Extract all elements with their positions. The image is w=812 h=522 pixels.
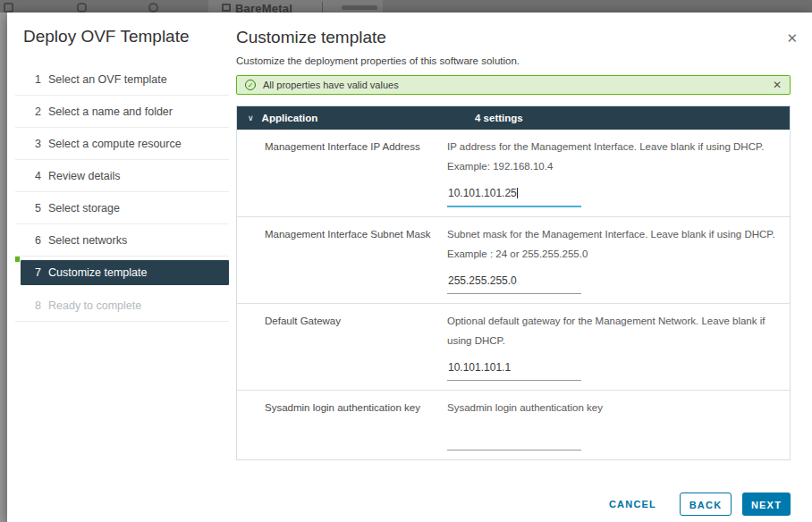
wizard-sidebar: Deploy OVF Template 1 Select an OVF temp… (7, 13, 229, 522)
setting-label: Default Gateway (237, 311, 447, 390)
input-value: 10.101.101.25 (448, 187, 517, 199)
network-icon (148, 3, 158, 13)
back-button[interactable]: BACK (680, 493, 732, 516)
deploy-ovf-template-dialog: Deploy OVF Template 1 Select an OVF temp… (7, 13, 812, 522)
subnet-mask-input[interactable]: 255.255.255.0 (447, 269, 581, 294)
default-gateway-input[interactable]: 10.101.101.1 (447, 356, 581, 381)
dialog-footer: CANCEL BACK NEXT (604, 493, 791, 516)
step-review-details[interactable]: 4 Review details (15, 160, 229, 192)
customize-template-panel: Customize template Customize the deploym… (236, 13, 791, 522)
step-number: 1 (29, 63, 41, 95)
validation-banner-text: All properties have valid values (263, 80, 399, 90)
setting-row-subnet-mask: Management Interface Subnet Mask Subnet … (237, 216, 790, 303)
step-number: 2 (29, 96, 41, 127)
setting-row-mgmt-ip: Management Interface IP Address IP addre… (237, 130, 790, 216)
step-select-ovf-template[interactable]: 1 Select an OVF template (15, 63, 229, 96)
cancel-button[interactable]: CANCEL (604, 498, 662, 510)
input-value: 255.255.255.0 (448, 274, 517, 287)
step-select-name-folder[interactable]: 2 Select a name and folder (15, 96, 229, 128)
page-subtitle: Customize the deployment properties of t… (236, 55, 791, 66)
setting-description: Subnet mask for the Management Interface… (447, 224, 777, 264)
section-name: Application (262, 113, 318, 123)
vm-icon (222, 4, 231, 12)
setting-description: Optional default gateway for the Managem… (447, 311, 777, 350)
setting-description: Sysadmin login authentication key (447, 398, 777, 417)
chevron-down-icon[interactable]: ∨ (248, 114, 254, 122)
banner-close-icon[interactable]: ✕ (773, 79, 782, 91)
step-label: Ready to complete (48, 290, 141, 321)
step-number: 7 (29, 260, 41, 285)
setting-description: IP address for the Management Interface.… (447, 137, 777, 156)
wizard-title: Deploy OVF Template (23, 27, 190, 46)
step-select-networks[interactable]: 6 Select networks (15, 224, 229, 257)
text-caret (517, 188, 518, 198)
dimmed-menu-text (342, 5, 377, 10)
next-button[interactable]: NEXT (742, 493, 791, 516)
step-select-compute-resource[interactable]: 3 Select a compute resource (15, 128, 229, 160)
section-settings-count: 4 settings (475, 113, 523, 123)
wizard-steps: 1 Select an OVF template 2 Select a name… (15, 63, 229, 322)
sysadmin-key-input[interactable] (447, 432, 581, 450)
check-circle-icon: ✓ (245, 80, 256, 90)
setting-label: Management Interface Subnet Mask (237, 224, 447, 303)
setting-row-default-gateway: Default Gateway Optional default gateway… (237, 303, 790, 390)
step-number: 4 (29, 160, 41, 191)
datastore-icon (77, 3, 87, 13)
section-header-application[interactable]: ∨ Application 4 settings (237, 106, 790, 130)
setting-row-sysadmin-key: Sysadmin login authentication key Sysadm… (237, 390, 790, 459)
step-label: Select a name and folder (48, 96, 173, 127)
step-label: Select networks (48, 224, 127, 256)
vm-name-label: BareMetal (235, 1, 292, 13)
validation-banner: ✓ All properties have valid values ✕ (236, 75, 791, 95)
dimmed-background-bar: BareMetal (0, 0, 812, 13)
step-number: 6 (29, 224, 41, 256)
step-select-storage[interactable]: 5 Select storage (15, 192, 229, 224)
mgmt-ip-input[interactable]: 10.101.101.25 (447, 181, 581, 207)
step-customize-template[interactable]: 7 Customize template (21, 260, 229, 285)
setting-example: Example: 192.168.10.4 (447, 156, 777, 176)
step-label: Review details (48, 160, 121, 191)
step-number: 5 (29, 192, 41, 223)
setting-label: Management Interface IP Address (237, 137, 447, 216)
step-label: Customize template (48, 260, 147, 285)
step-number: 8 (29, 290, 41, 321)
input-value: 10.101.101.1 (448, 361, 511, 374)
divider (322, 2, 323, 13)
setting-label: Sysadmin login authentication key (237, 398, 447, 459)
panel-icon (4, 3, 13, 13)
step-label: Select a compute resource (48, 128, 182, 159)
page-title: Customize template (236, 13, 791, 47)
step-label: Select an OVF template (48, 63, 167, 95)
step-label: Select storage (48, 192, 120, 223)
step-number: 3 (29, 128, 41, 159)
settings-table: ∨ Application 4 settings Management Inte… (236, 105, 791, 460)
step-ready-to-complete: 8 Ready to complete (15, 290, 229, 322)
